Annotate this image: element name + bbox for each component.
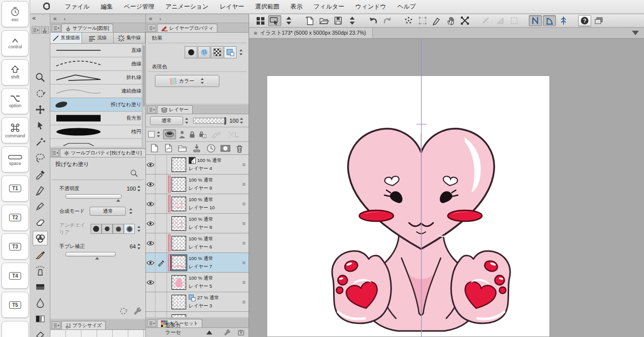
snap-triangle-button[interactable] <box>494 15 507 26</box>
layer-thumbnail[interactable] <box>172 236 186 250</box>
colorset-register-icon[interactable] <box>237 329 245 336</box>
menu-表示[interactable]: 表示 <box>285 0 308 14</box>
tab-layer-property[interactable]: レイヤープロパティ <box>157 24 217 32</box>
menu-フィルター[interactable]: フィルター <box>308 0 350 14</box>
layer-thumbnail[interactable] <box>172 256 186 270</box>
subtool-group-集中線[interactable]: 集中線 <box>114 33 145 43</box>
layer-row-menu-icon[interactable]: ≡ <box>243 220 246 226</box>
edge-key-T4[interactable]: T4 <box>2 263 29 289</box>
layer-palette-color[interactable] <box>168 234 171 251</box>
tool-frame-border[interactable] <box>33 279 48 294</box>
layer-visibility-toggle[interactable] <box>146 253 155 272</box>
subtool-scrollbar[interactable] <box>142 44 145 147</box>
subtool-item[interactable] <box>50 139 145 146</box>
menu-ページ管理[interactable]: ページ管理 <box>118 0 160 14</box>
tab-subtool[interactable]: サブツール[図形] <box>61 24 113 32</box>
subtool-group-直接描画[interactable]: 直接描画 <box>50 33 82 43</box>
subtool-item-折れ線[interactable]: 折れ線 <box>50 71 145 85</box>
menu-レイヤー[interactable]: レイヤー <box>214 0 250 14</box>
edge-key-T2[interactable]: T2 <box>2 205 29 231</box>
reset-defaults-icon[interactable] <box>119 307 128 315</box>
collapse-panel-icon[interactable]: ‹ <box>64 16 66 22</box>
clip-to-layer-below-button[interactable] <box>163 129 176 139</box>
panel-menu-icon[interactable] <box>32 26 40 34</box>
layer-visibility-toggle[interactable] <box>146 273 155 292</box>
effect-border-button[interactable] <box>185 46 197 58</box>
tool-brush[interactable] <box>33 247 48 262</box>
layer-row-レイヤー 4[interactable]: 100 % 通常レイヤー 4≡ <box>146 155 249 175</box>
redo-button[interactable] <box>381 15 394 26</box>
layer-edit-target-cell[interactable] <box>155 175 167 194</box>
layer-blend-dropdown[interactable]: 通常 <box>150 116 183 125</box>
layer-visibility-toggle[interactable] <box>146 292 155 311</box>
antialias-weak-button[interactable] <box>102 224 113 234</box>
snap-special-button[interactable] <box>557 15 570 26</box>
layer-thumbnail[interactable] <box>172 197 186 211</box>
tool-fill[interactable] <box>33 327 48 337</box>
layer-thumbnail[interactable] <box>172 275 186 290</box>
antialias-spinner[interactable] <box>137 226 141 232</box>
effect-halftone-button[interactable] <box>211 46 223 58</box>
combine-to-lower-layer-icon[interactable] <box>206 144 216 153</box>
subtool-item-楕円[interactable]: 楕円 <box>50 125 145 139</box>
menu-編集[interactable]: 編集 <box>95 0 118 14</box>
tab-layers[interactable]: レイヤー <box>157 105 193 114</box>
edge-key-esc[interactable]: esc <box>2 1 29 27</box>
layer-row-menu-icon[interactable]: ≡ <box>243 240 246 246</box>
select-box-button[interactable] <box>416 15 429 26</box>
tool-selection[interactable] <box>33 150 48 165</box>
tab-brush-size[interactable]: ブラシサイズ <box>61 321 106 329</box>
layer-palette-color[interactable] <box>168 176 171 193</box>
tool-blend[interactable] <box>33 295 48 310</box>
layer-visibility-toggle[interactable] <box>146 155 155 174</box>
collapse-panel2-icon[interactable]: ‹ <box>159 16 162 22</box>
tool-rotate[interactable] <box>33 86 48 101</box>
layer-edit-target-cell[interactable] <box>155 292 167 311</box>
document-tab[interactable]: イラスト173* (5000 x 5000px 350dpi 23.7%) <box>249 28 373 38</box>
effect-layer-color-button[interactable] <box>224 46 236 58</box>
stack-button[interactable] <box>592 15 605 26</box>
undo-button[interactable] <box>367 15 380 26</box>
snap-dotted-button[interactable] <box>508 15 521 26</box>
toolprop-panel-menu-icon[interactable] <box>52 149 59 156</box>
tool-pencil[interactable] <box>33 199 48 213</box>
blend-mode-dropdown[interactable]: 通常 <box>90 207 126 216</box>
draft-layer-button[interactable] <box>209 129 224 140</box>
tool-pen[interactable] <box>33 183 48 197</box>
brushsize-panel-menu-icon[interactable] <box>52 321 60 329</box>
edge-key-shift[interactable]: shift <box>2 59 29 86</box>
menu-ヘルプ[interactable]: ヘルプ <box>392 0 422 14</box>
collapse-up-icon[interactable] <box>206 330 212 334</box>
layer-edit-target-cell[interactable] <box>155 194 167 213</box>
menu-アニメーション[interactable]: アニメーション <box>160 0 214 14</box>
tool-object[interactable] <box>33 134 48 149</box>
subtool-item-直線[interactable]: 直線 <box>50 44 145 57</box>
expression-color-dropdown[interactable]: カラー <box>155 75 219 87</box>
menu-ウィンドウ[interactable]: ウィンドウ <box>350 0 391 14</box>
subtool-item-連続曲線[interactable]: 連続曲線 <box>50 85 145 98</box>
spin-updown-button[interactable] <box>346 15 359 26</box>
opacity-slider[interactable] <box>65 194 122 199</box>
tool-operation[interactable] <box>33 118 48 133</box>
stabilization-spinner[interactable] <box>137 243 141 249</box>
delete-layer-icon[interactable] <box>235 144 244 153</box>
layer-row-レイヤー 10[interactable]: 100 % 通常レイヤー 10≡ <box>146 194 249 214</box>
tool-airbrush[interactable] <box>33 263 48 278</box>
edge-key-T5[interactable]: T5 <box>2 292 29 318</box>
layer-edit-target-cell[interactable] <box>155 155 167 174</box>
tool-figure[interactable] <box>33 231 48 245</box>
tool-zoom[interactable] <box>33 70 48 85</box>
pen-small-button[interactable] <box>430 15 443 26</box>
layer-thumbnail[interactable] <box>172 177 186 192</box>
layer-thumbnail[interactable] <box>172 216 186 231</box>
antialias-none-button[interactable] <box>91 224 102 234</box>
lock-layer-button[interactable] <box>188 130 196 139</box>
colorset-panel-menu-icon[interactable] <box>147 319 156 327</box>
antialias-medium-button[interactable] <box>113 224 124 234</box>
subtool-group-流線[interactable]: 流線 <box>82 33 114 43</box>
layer-row-menu-icon[interactable]: ≡ <box>243 279 246 285</box>
new-file-button[interactable] <box>303 15 316 26</box>
menu-ファイル[interactable]: ファイル <box>59 0 95 14</box>
new-folder-icon[interactable] <box>178 144 187 152</box>
canvas-paper[interactable] <box>267 75 550 337</box>
